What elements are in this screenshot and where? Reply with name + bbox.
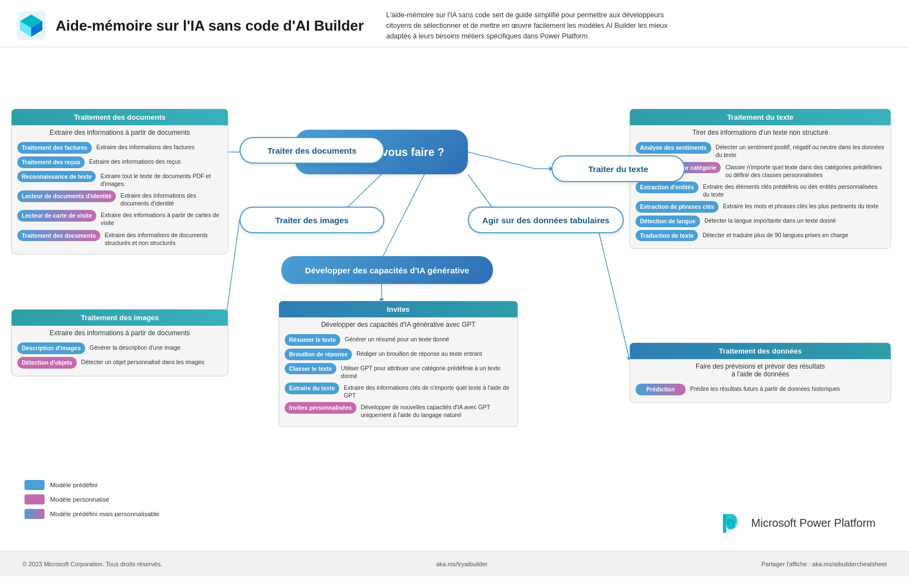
section-header-invites: Invites: [279, 301, 517, 317]
legend: Modèle prédéfini Modèle personnalisé Mod…: [25, 480, 159, 523]
list-item: Description d'images Générer la descript…: [17, 342, 222, 354]
svg-line-7: [468, 152, 535, 169]
section-subtitle-donnees: Faire des prévisions et prévoir des résu…: [630, 359, 891, 380]
legend-item-predefini-perso: Modèle prédéfini mais personnalisable: [25, 509, 159, 519]
list-item: Reconnaissance de texte Extraire tout le…: [17, 171, 222, 188]
flow-btn-donnees[interactable]: Agir sur des données tabulaires: [468, 207, 624, 233]
tag-detection-objets: Détection d'objets: [17, 357, 77, 369]
tag-analyse-sentiments: Analyse des sentiments: [636, 142, 711, 154]
tag-invites-perso: Invites personnalisées: [285, 402, 356, 414]
section-header-texte: Traitement du texte: [630, 109, 891, 125]
footer: © 2023 Microsoft Corporation. Tous droit…: [0, 551, 909, 576]
tag-lecteur-identite: Lecteur de documents d'identité: [17, 190, 116, 202]
section-subtitle-images: Extraire des informations à partir de do…: [12, 326, 228, 339]
legend-color-personnalise: [25, 494, 45, 504]
header: Aide-mémoire sur l'IA sans code d'AI Bui…: [0, 0, 909, 47]
section-subtitle-invites: Développer des capacités d'IA générative…: [279, 317, 517, 331]
footer-url: aka.ms/tryaibuilder: [436, 561, 487, 567]
flow-btn-ia-generative[interactable]: Développer des capacités d'IA générative: [281, 256, 493, 284]
tag-traitement-docs: Traitement des documents: [17, 230, 100, 242]
list-item: Extraire du texte Extraire des informati…: [285, 383, 512, 399]
section-header-documents: Traitement des documents: [12, 109, 228, 125]
list-item: Invites personnalisées Développer de nou…: [285, 402, 512, 419]
svg-rect-19: [723, 514, 726, 533]
tag-extraction-phrases: Extraction de phrases clés: [636, 201, 719, 213]
section-traitement-documents: Traitement des documents Extraire des in…: [11, 109, 228, 254]
svg-line-16: [382, 174, 424, 259]
tag-resumer: Résumer le texte: [285, 334, 340, 346]
legend-item-personnalise: Modèle personnalisé: [25, 494, 159, 504]
tag-description-images: Description d'images: [17, 342, 85, 354]
list-item: Brouillon de réponse Rédiger un brouillo…: [285, 349, 512, 360]
list-item: Traitement des factures Extraire des inf…: [17, 142, 222, 154]
flow-btn-images[interactable]: Traiter des images: [240, 207, 384, 233]
tag-factures: Traitement des factures: [17, 142, 92, 154]
tag-reconnaissance-texte: Reconnaissance de texte: [17, 171, 96, 183]
list-item: Détection de langue Détecter la langue i…: [636, 215, 885, 227]
footer-copyright: © 2023 Microsoft Corporation. Tous droit…: [22, 561, 162, 567]
legend-color-predefini-perso: [25, 509, 45, 519]
tag-recus: Traitement des reçus: [17, 156, 85, 168]
list-item: Classer le texte Utiliser GPT pour attri…: [285, 363, 512, 380]
tag-classer-texte: Classer le texte: [285, 363, 336, 375]
flow-btn-documents[interactable]: Traiter des documents: [240, 137, 384, 164]
list-item: Traduction de texte Détecter et traduire…: [636, 230, 885, 242]
page-title: Aide-mémoire sur l'IA sans code d'AI Bui…: [56, 17, 364, 35]
section-body-invites: Résumer le texte Générer un résumé pour …: [279, 331, 517, 426]
section-invites: Invites Développer des capacités d'IA gé…: [278, 301, 518, 427]
list-item: Détection d'objets Détecter un objet per…: [17, 357, 222, 369]
list-item: Extraction d'entités Extraire des élémen…: [636, 182, 885, 198]
footer-share: Partager l'affiche : aka.ms/aibuilderche…: [761, 561, 887, 567]
list-item: Extraction de phrases clés Extraire les …: [636, 201, 885, 213]
pp-logo-text: Microsoft Power Platform: [751, 517, 876, 530]
tag-carte-visite: Lecteur de carte de visite: [17, 210, 96, 222]
pp-logo-area: Microsoft Power Platform: [716, 508, 876, 537]
flow-btn-texte[interactable]: Traiter du texte: [551, 155, 685, 182]
legend-item-predefini: Modèle prédéfini: [25, 480, 159, 490]
section-body-images: Description d'images Générer la descript…: [12, 339, 228, 375]
list-item: Prédiction Prédire les résultats futurs …: [636, 384, 885, 395]
section-subtitle-documents: Extraire des informations à partir de do…: [12, 125, 228, 139]
list-item: Lecteur de documents d'identité Extraire…: [17, 190, 222, 207]
main-content: Que voulez-vous faire ? Traiter des docu…: [0, 47, 909, 576]
app-logo: [17, 11, 46, 40]
tag-extraction-entites: Extraction d'entités: [636, 182, 698, 193]
section-header-images: Traitement des images: [12, 310, 228, 326]
tag-brouillon: Brouillon de réponse: [285, 349, 352, 360]
section-traitement-donnees: Traitement des données Faire des prévisi…: [629, 342, 891, 403]
svg-line-15: [596, 220, 629, 359]
tag-extraire-texte: Extraire du texte: [285, 383, 339, 394]
list-item: Lecteur de carte de visite Extraire des …: [17, 210, 222, 227]
header-description: L'aide-mémoire sur l'IA sans code sert d…: [386, 10, 676, 41]
list-item: Résumer le texte Générer un résumé pour …: [285, 334, 512, 346]
power-platform-logo-icon: [716, 508, 745, 537]
tag-traduction: Traduction de texte: [636, 230, 698, 242]
section-header-donnees: Traitement des données: [630, 343, 891, 359]
tag-detection-langue: Détection de langue: [636, 215, 700, 227]
legend-color-predefini: [25, 480, 45, 490]
list-item: Traitement des reçus Extraire des inform…: [17, 156, 222, 168]
section-subtitle-texte: Tirer des informations d'un texte non st…: [630, 125, 891, 139]
section-body-documents: Traitement des factures Extraire des inf…: [12, 139, 228, 254]
list-item: Traitement des documents Extraire des in…: [17, 230, 222, 247]
section-traitement-images: Traitement des images Extraire des infor…: [11, 309, 228, 376]
section-body-donnees: Prédiction Prédire les résultats futurs …: [630, 380, 891, 403]
tag-prediction: Prédiction: [636, 384, 686, 395]
